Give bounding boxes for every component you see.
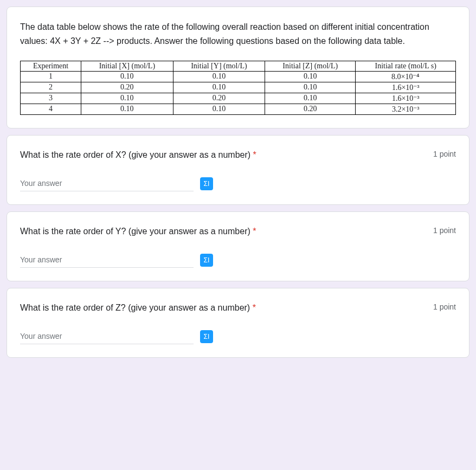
cell: 8.0×10⁻⁴ (356, 71, 456, 82)
table-header-row: Experiment Initial [X] (mol/L) Initial [… (21, 61, 456, 71)
sigma-icon: ΣΙ (204, 333, 210, 340)
cell: 4 (21, 104, 81, 114)
table-row: 2 0.20 0.10 0.10 1.6×10⁻³ (21, 82, 456, 93)
cell: 0.20 (81, 82, 173, 93)
cell: 3 (21, 93, 81, 104)
points-label: 1 point (424, 225, 456, 235)
question-header: What is the rate order of Z? (give your … (20, 301, 456, 314)
cell: 0.10 (81, 104, 173, 114)
table-row: 4 0.10 0.10 0.20 3.2×10⁻³ (21, 104, 456, 114)
required-marker: * (253, 303, 256, 312)
equation-editor-button[interactable]: ΣΙ (200, 330, 213, 343)
cell: 0.20 (173, 93, 265, 104)
question-text: What is the rate order of X? (give your … (20, 149, 256, 162)
answer-row: ΣΙ (20, 253, 456, 268)
equation-editor-button[interactable]: ΣΙ (200, 177, 213, 190)
table-row: 1 0.10 0.10 0.10 8.0×10⁻⁴ (21, 71, 456, 82)
cell: 2 (21, 82, 81, 93)
question-card-y: What is the rate order of Y? (give your … (7, 211, 469, 281)
equation-editor-button[interactable]: ΣΙ (200, 254, 213, 267)
cell: 3.2×10⁻³ (356, 104, 456, 114)
cell: 0.10 (173, 82, 265, 93)
answer-input[interactable] (20, 177, 194, 191)
question-label: What is the rate order of Y? (give your … (20, 227, 250, 236)
table-row: 3 0.10 0.20 0.10 1.6×10⁻³ (21, 93, 456, 104)
cell: 0.10 (81, 93, 173, 104)
intro-text: The data table below shows the rate of t… (20, 20, 456, 49)
col-header: Initial [Y] (mol/L) (173, 61, 265, 71)
col-header: Experiment (21, 61, 81, 71)
cell: 0.10 (173, 104, 265, 114)
question-card-x: What is the rate order of X? (give your … (7, 135, 469, 205)
answer-input[interactable] (20, 253, 194, 268)
question-label: What is the rate order of Z? (give your … (20, 303, 250, 312)
cell: 0.20 (265, 104, 356, 114)
col-header: Initial rate (mol/L s) (356, 61, 456, 71)
sigma-icon: ΣΙ (204, 180, 210, 188)
intro-card: The data table below shows the rate of t… (7, 7, 469, 128)
answer-row: ΣΙ (20, 177, 456, 191)
question-header: What is the rate order of X? (give your … (20, 149, 456, 162)
cell: 1 (21, 71, 81, 82)
answer-row: ΣΙ (20, 330, 456, 344)
cell: 1.6×10⁻³ (356, 93, 456, 104)
cell: 0.10 (265, 93, 356, 104)
question-label: What is the rate order of X? (give your … (20, 150, 250, 159)
data-table: Experiment Initial [X] (mol/L) Initial [… (20, 61, 456, 115)
question-header: What is the rate order of Y? (give your … (20, 225, 456, 238)
cell: 0.10 (265, 82, 356, 93)
cell: 0.10 (173, 71, 265, 82)
points-label: 1 point (424, 149, 456, 158)
col-header: Initial [Z] (mol/L) (265, 61, 356, 71)
answer-input[interactable] (20, 330, 194, 344)
cell: 0.10 (265, 71, 356, 82)
points-label: 1 point (424, 301, 456, 311)
question-text: What is the rate order of Z? (give your … (20, 301, 256, 314)
sigma-icon: ΣΙ (204, 256, 210, 264)
question-card-z: What is the rate order of Z? (give your … (7, 288, 469, 358)
question-text: What is the rate order of Y? (give your … (20, 225, 256, 238)
col-header: Initial [X] (mol/L) (81, 61, 173, 71)
required-marker: * (253, 150, 256, 159)
cell: 0.10 (81, 71, 173, 82)
cell: 1.6×10⁻³ (356, 82, 456, 93)
required-marker: * (253, 227, 256, 236)
